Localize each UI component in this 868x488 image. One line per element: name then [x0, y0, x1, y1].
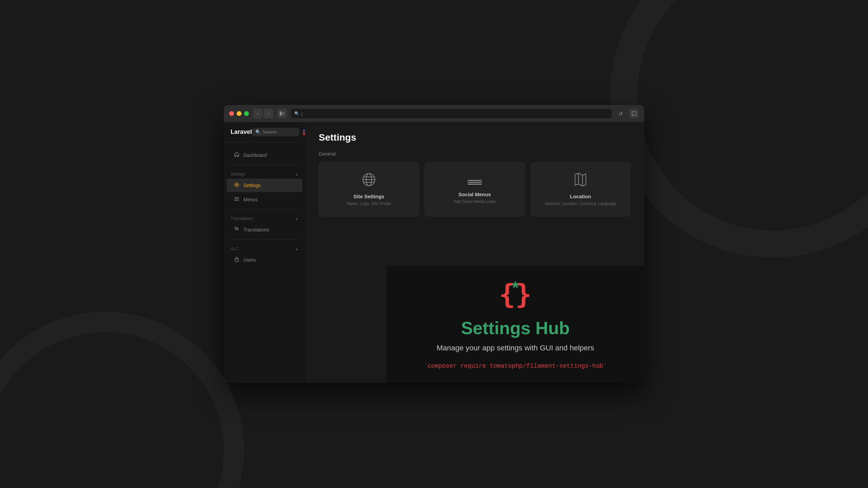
- translate-icon: [233, 226, 240, 233]
- svg-rect-8: [234, 200, 239, 201]
- gear-icon: [233, 182, 240, 189]
- svg-rect-2: [282, 114, 284, 115]
- search-box[interactable]: 🔍 Search: [252, 128, 299, 136]
- sidebar-item-menus[interactable]: Menus: [226, 193, 302, 206]
- svg-point-5: [236, 184, 238, 186]
- alc-section-label: ALC: [231, 246, 238, 251]
- sidebar-item-users[interactable]: Users: [226, 253, 302, 267]
- sidebar-item-dashboard[interactable]: Dashboard: [226, 148, 302, 162]
- nav-divider-3: [229, 239, 300, 240]
- sidebar-item-translations[interactable]: Translations: [226, 223, 302, 237]
- promo-code: `composer require tomatophp/filament-set…: [424, 363, 607, 369]
- translations-section-label: Translations: [231, 216, 253, 221]
- sidebar: Laravel 🔍 Search FM: [224, 122, 305, 383]
- social-menus-subtitle: Add Social Media Links: [454, 199, 496, 204]
- address-bar-text: |: [301, 111, 302, 116]
- asterisk-icon: *: [512, 279, 518, 296]
- translations-chevron-icon: ▲: [295, 217, 298, 221]
- address-bar[interactable]: 🔍 |: [291, 109, 612, 118]
- svg-rect-14: [468, 182, 482, 183]
- sidebar-item-settings-label: Settings: [243, 183, 261, 188]
- home-icon: [233, 152, 240, 159]
- svg-rect-15: [468, 184, 482, 185]
- social-icon: [468, 175, 482, 187]
- svg-rect-3: [632, 111, 636, 116]
- nav-divider-2: [229, 209, 300, 209]
- nav-divider-1: [229, 165, 300, 165]
- nav-buttons: ‹ ›: [253, 109, 273, 118]
- nav-section-alc[interactable]: ALC ▲: [224, 242, 305, 252]
- section-general-label: General: [319, 151, 631, 157]
- site-settings-card[interactable]: Site Settings Name, Logo, Site Profile: [319, 162, 419, 217]
- location-title: Location: [570, 194, 591, 199]
- sidebar-nav: Dashboard Settings ▲ Settings: [224, 142, 305, 383]
- menu-icon: [233, 196, 240, 203]
- map-icon: [574, 172, 587, 189]
- traffic-light-maximize[interactable]: [244, 111, 249, 116]
- browser-window: ‹ › 🔍 | ↺ Larav: [224, 105, 644, 383]
- svg-rect-7: [234, 199, 239, 199]
- alc-chevron-icon: ▲: [295, 247, 298, 251]
- reload-button[interactable]: ↺: [616, 109, 625, 118]
- globe-icon: [362, 172, 376, 189]
- browser-chrome: ‹ › 🔍 | ↺: [224, 105, 644, 122]
- svg-rect-13: [468, 180, 482, 181]
- svg-rect-4: [633, 111, 633, 116]
- search-placeholder: Search: [263, 129, 296, 135]
- sidebar-item-settings[interactable]: Settings: [226, 179, 302, 192]
- traffic-light-minimize[interactable]: [237, 111, 241, 116]
- nav-section-settings[interactable]: Settings ▲: [224, 168, 305, 178]
- location-subtitle: Address, Location, Currency, Language: [545, 201, 616, 206]
- svg-rect-6: [234, 197, 239, 198]
- settings-section-label: Settings: [231, 172, 245, 177]
- svg-rect-9: [235, 259, 238, 262]
- page-title: Settings: [319, 132, 631, 143]
- app-header: Laravel 🔍 Search FM: [224, 122, 305, 142]
- svg-rect-0: [280, 111, 282, 116]
- lock-icon: [233, 257, 240, 263]
- sidebar-item-translations-label: Translations: [243, 227, 269, 232]
- site-settings-title: Site Settings: [354, 194, 384, 199]
- location-card[interactable]: Location Address, Location, Currency, La…: [530, 162, 631, 217]
- search-icon: 🔍: [294, 111, 299, 116]
- settings-cards-grid: Site Settings Name, Logo, Site Profile: [319, 162, 631, 217]
- svg-rect-1: [282, 113, 284, 113]
- site-settings-subtitle: Name, Logo, Site Profile: [347, 201, 391, 206]
- nav-section-translations[interactable]: Translations ▲: [224, 212, 305, 222]
- sidebar-item-dashboard-label: Dashboard: [243, 152, 267, 158]
- traffic-lights: [229, 111, 249, 116]
- search-icon: 🔍: [255, 129, 261, 135]
- app-logo: Laravel: [231, 128, 252, 136]
- forward-button[interactable]: ›: [264, 109, 273, 118]
- promo-title: Settings Hub: [461, 318, 570, 338]
- sidebar-item-users-label: Users: [243, 257, 256, 263]
- screen-mode-button[interactable]: [629, 109, 639, 118]
- promo-section: { * } Settings Hub Manage your app setti…: [387, 266, 644, 383]
- sidebar-toggle-button[interactable]: [277, 109, 287, 118]
- social-menus-card[interactable]: Social Menus Add Social Media Links: [425, 162, 525, 217]
- app-layout: Laravel 🔍 Search FM: [224, 122, 644, 383]
- promo-description: Manage your app settings with GUI and he…: [437, 344, 594, 352]
- settings-chevron-icon: ▲: [295, 172, 298, 176]
- back-button[interactable]: ‹: [253, 109, 262, 118]
- social-menus-title: Social Menus: [458, 191, 491, 197]
- traffic-light-close[interactable]: [229, 111, 234, 116]
- sidebar-item-menus-label: Menus: [243, 197, 258, 202]
